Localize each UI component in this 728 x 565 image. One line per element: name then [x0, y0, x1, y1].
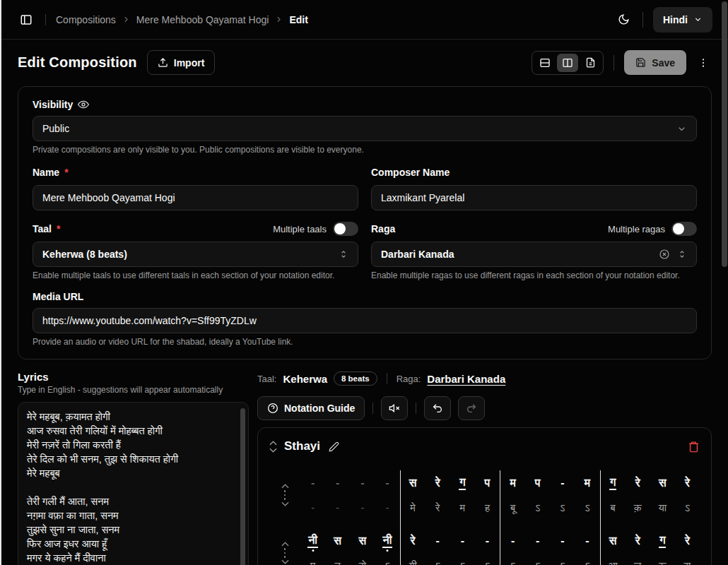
lyric-beat-cell[interactable]: रे [425, 502, 450, 514]
lyric-beat-cell[interactable]: आ [601, 560, 626, 565]
swar-beat-cell[interactable]: - [450, 535, 475, 547]
lyric-beat-cell[interactable]: - [350, 502, 375, 513]
swar-beat-cell[interactable]: म [575, 477, 599, 489]
lyric-beat-cell[interactable]: त [325, 560, 350, 565]
swar-beat-cell[interactable]: रे [626, 477, 650, 489]
swar-beat-cell[interactable]: स [601, 535, 626, 547]
name-input[interactable] [33, 185, 358, 210]
lyric-beat-cell[interactable]: हो [350, 560, 375, 565]
notation-row-drag-handle[interactable] [269, 528, 300, 565]
swar-beat-cell[interactable]: रे [675, 535, 700, 547]
swar-beat-cell[interactable]: स [650, 477, 675, 489]
swar-beat-cell[interactable]: नी [375, 534, 399, 548]
page-scrollbar[interactable] [722, 1, 727, 267]
swar-beat-cell[interactable]: स [401, 477, 425, 489]
swar-beat-cell[interactable]: रे [675, 477, 700, 489]
swar-beat-cell[interactable]: - [300, 477, 325, 489]
swar-beat-cell[interactable]: - [525, 535, 550, 547]
chevron-up-icon[interactable] [281, 484, 289, 489]
swar-beat-cell[interactable]: नी [300, 534, 325, 548]
swar-beat-cell[interactable]: प [525, 477, 550, 489]
swar-beat-cell[interactable]: रे [626, 535, 650, 547]
lyric-beat-cell[interactable]: ह [475, 502, 500, 514]
swar-beat-cell[interactable]: रे [401, 535, 425, 547]
raga-info-link[interactable]: Darbari Kanada [427, 373, 505, 385]
taal-select[interactable]: Keherwa (8 beats) [33, 242, 358, 267]
chevron-up-icon[interactable] [281, 542, 289, 547]
swar-beat-cell[interactable]: ग [601, 476, 626, 490]
notation-guide-button[interactable]: Notation Guide [257, 396, 365, 420]
swar-beat-cell[interactable]: - [375, 477, 399, 489]
view-mode-rows-button[interactable] [534, 54, 556, 72]
swar-beat-cell[interactable]: - [350, 477, 375, 489]
lyric-beat-cell[interactable]: ऽ [425, 560, 450, 565]
swar-beat-cell[interactable]: - [425, 535, 450, 547]
lyric-beat-cell[interactable]: - [325, 502, 350, 513]
chevron-down-icon[interactable] [281, 559, 289, 564]
undo-button[interactable] [424, 396, 451, 420]
lyric-beat-cell[interactable]: रू [650, 560, 675, 565]
redo-button[interactable] [458, 396, 485, 420]
edit-section-name-button[interactable] [329, 441, 339, 452]
breadcrumb-compositions[interactable]: Compositions [56, 14, 116, 25]
language-selector-button[interactable]: Hindi [653, 7, 712, 32]
chevron-up-icon[interactable] [269, 441, 277, 446]
swar-beat-cell[interactable]: ग [450, 476, 475, 490]
view-mode-document-button[interactable] [580, 54, 601, 72]
multiple-ragas-toggle[interactable] [671, 222, 697, 236]
more-options-button[interactable] [695, 54, 712, 71]
import-button[interactable]: Import [147, 50, 216, 75]
media-url-input[interactable] [33, 308, 697, 333]
lyric-beat-cell[interactable]: ब [601, 502, 626, 514]
swar-beat-cell[interactable]: म [500, 477, 525, 489]
lyric-beat-cell[interactable]: या [650, 502, 675, 514]
swar-beat-cell[interactable]: रे [425, 477, 450, 489]
lyric-beat-cell[interactable]: ऽ [575, 502, 599, 514]
section-reorder-control[interactable] [269, 441, 277, 453]
lyric-beat-cell[interactable]: म [300, 560, 325, 565]
circle-x-icon[interactable] [659, 249, 670, 260]
lyric-beat-cell[interactable]: - [300, 502, 325, 513]
swar-beat-cell[interactable]: - [550, 477, 575, 489]
lyric-beat-cell[interactable]: स [675, 560, 700, 565]
theme-toggle-button[interactable] [615, 11, 633, 28]
lyric-beat-cell[interactable]: ऽ [575, 560, 599, 565]
lyric-beat-cell[interactable]: ऽ [675, 502, 700, 514]
lyric-beat-cell[interactable]: क़ [626, 502, 650, 514]
visibility-select[interactable]: Public [33, 116, 697, 141]
swar-beat-cell[interactable]: - [575, 535, 599, 547]
breadcrumb-composition-name[interactable]: Mere Mehboob Qayamat Hogi [136, 14, 269, 25]
lyric-beat-cell[interactable]: ऽ [525, 560, 550, 565]
lyric-beat-cell[interactable]: ऽ [500, 560, 525, 565]
lyrics-textarea[interactable]: मेरे महबूब, क़यामत होगी आज रुसवा तेरी गल… [18, 402, 249, 565]
swar-beat-cell[interactable]: प [475, 477, 500, 489]
swar-beat-cell[interactable]: - [550, 535, 575, 547]
swar-beat-cell[interactable]: स [350, 535, 375, 547]
lyric-beat-cell[interactable]: ऽ [550, 560, 575, 565]
lyric-beat-cell[interactable]: ऽ [450, 560, 475, 565]
chevron-down-icon[interactable] [281, 501, 289, 506]
lyrics-scrollbar[interactable] [240, 408, 245, 565]
lyric-beat-cell[interactable]: ऽ [525, 502, 550, 514]
delete-section-button[interactable] [688, 441, 700, 453]
lyric-beat-cell[interactable]: ऽ [475, 560, 500, 565]
lyric-beat-cell[interactable]: बू [500, 502, 525, 514]
chevron-down-icon[interactable] [269, 448, 277, 453]
swar-beat-cell[interactable]: ग [650, 534, 675, 548]
composer-name-input[interactable] [371, 185, 697, 210]
sidebar-toggle-button[interactable] [17, 11, 35, 29]
lyric-beat-cell[interactable]: मे [401, 502, 425, 514]
notation-row-drag-handle[interactable] [269, 470, 300, 520]
raga-select[interactable]: Darbari Kanada [371, 242, 697, 267]
lyric-beat-cell[interactable]: ऽ [375, 560, 399, 565]
swar-beat-cell[interactable]: - [475, 535, 500, 547]
lyric-beat-cell[interactable]: गी [401, 560, 425, 565]
lyric-beat-cell[interactable]: - [375, 502, 399, 513]
lyric-beat-cell[interactable]: ज [626, 560, 650, 565]
view-mode-split-button[interactable] [557, 54, 578, 72]
lyric-beat-cell[interactable]: ऽ [550, 502, 575, 514]
save-button[interactable]: Save [624, 50, 686, 75]
swar-beat-cell[interactable]: स [325, 535, 350, 547]
swar-beat-cell[interactable]: - [500, 535, 525, 547]
mute-button[interactable] [381, 396, 408, 420]
